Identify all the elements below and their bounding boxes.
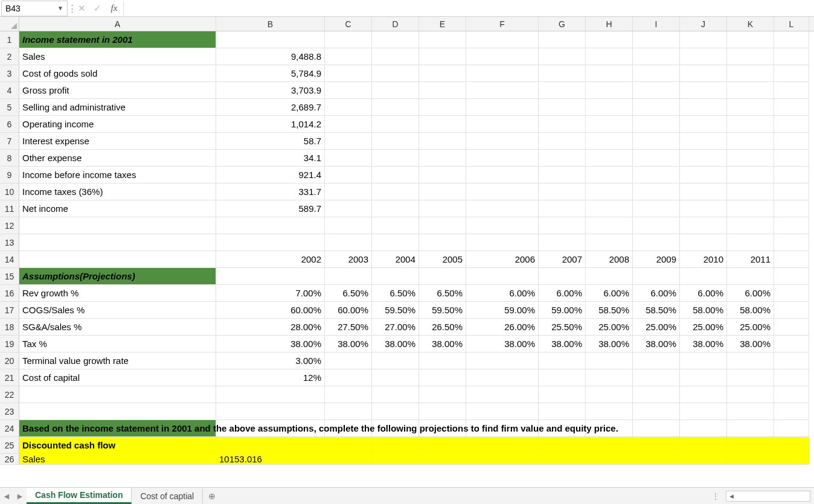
cell-I3[interactable] bbox=[633, 65, 680, 82]
cell-F9[interactable] bbox=[466, 167, 539, 183]
cell-F13[interactable] bbox=[466, 234, 539, 251]
cell-I7[interactable] bbox=[633, 133, 680, 150]
cell-B18[interactable]: 28.00% bbox=[216, 319, 325, 336]
cell-I9[interactable] bbox=[633, 167, 680, 183]
cell-C10[interactable] bbox=[325, 183, 372, 200]
cell-B21[interactable]: 12% bbox=[216, 369, 325, 386]
cell-C2[interactable] bbox=[325, 48, 372, 65]
cell-D14[interactable]: 2004 bbox=[372, 251, 419, 268]
tab-nav-prev[interactable]: ◄ bbox=[0, 491, 13, 501]
cell-J6[interactable] bbox=[680, 116, 727, 133]
cell-J17[interactable]: 58.00% bbox=[680, 302, 727, 319]
cell-D19[interactable]: 38.00% bbox=[372, 336, 419, 352]
cell-C18[interactable]: 27.50% bbox=[325, 319, 372, 336]
cell-D8[interactable] bbox=[372, 150, 419, 167]
cell-E9[interactable] bbox=[419, 167, 466, 183]
cell-E15[interactable] bbox=[419, 268, 466, 285]
row-header-13[interactable]: 13 bbox=[0, 234, 19, 251]
cell-L23[interactable] bbox=[774, 403, 809, 420]
cell-J5[interactable] bbox=[680, 99, 727, 116]
cell-G6[interactable] bbox=[539, 116, 586, 133]
cell-A4[interactable]: Gross profit bbox=[19, 82, 216, 99]
row-header-22[interactable]: 22 bbox=[0, 386, 19, 403]
cell-B13[interactable] bbox=[216, 234, 325, 251]
cell-G22[interactable] bbox=[539, 386, 586, 403]
name-box[interactable]: B43 ▼ bbox=[1, 1, 68, 16]
cell-B7[interactable]: 58.7 bbox=[216, 133, 325, 150]
cell-G4[interactable] bbox=[539, 82, 586, 99]
cell-H23[interactable] bbox=[586, 403, 633, 420]
cell-K12[interactable] bbox=[727, 217, 774, 234]
row-header-11[interactable]: 11 bbox=[0, 200, 19, 217]
cell-A10[interactable]: Income taxes (36%) bbox=[19, 183, 216, 200]
cell-A19[interactable]: Tax % bbox=[19, 336, 216, 352]
cell-D16[interactable]: 6.50% bbox=[372, 285, 419, 302]
row-header-16[interactable]: 16 bbox=[0, 285, 19, 302]
cell-J11[interactable] bbox=[680, 200, 727, 217]
cell-L14[interactable] bbox=[774, 251, 809, 268]
cell-D6[interactable] bbox=[372, 116, 419, 133]
row-header-15[interactable]: 15 bbox=[0, 268, 19, 285]
cell-I22[interactable] bbox=[633, 386, 680, 403]
cell-H19[interactable]: 38.00% bbox=[586, 336, 633, 352]
cell-C16[interactable]: 6.50% bbox=[325, 285, 372, 302]
cell-E11[interactable] bbox=[419, 200, 466, 217]
cell-G25[interactable] bbox=[539, 437, 586, 454]
cell-C8[interactable] bbox=[325, 150, 372, 167]
spreadsheet-grid[interactable]: ABCDEFGHIJKL 1Income statement in 20012S… bbox=[0, 17, 814, 487]
row-header-23[interactable]: 23 bbox=[0, 403, 19, 420]
cell-E21[interactable] bbox=[419, 369, 466, 386]
cell-H12[interactable] bbox=[586, 217, 633, 234]
row-header-20[interactable]: 20 bbox=[0, 352, 19, 369]
cell-I16[interactable]: 6.00% bbox=[633, 285, 680, 302]
cell-A15[interactable]: Assumptions(Projections) bbox=[19, 268, 216, 285]
cell-K25[interactable] bbox=[727, 437, 774, 454]
cell-K15[interactable] bbox=[727, 268, 774, 285]
cell-F3[interactable] bbox=[466, 65, 539, 82]
cell-H7[interactable] bbox=[586, 133, 633, 150]
cell-B16[interactable]: 7.00% bbox=[216, 285, 325, 302]
cell-H15[interactable] bbox=[586, 268, 633, 285]
cell-J4[interactable] bbox=[680, 82, 727, 99]
cell-D1[interactable] bbox=[372, 31, 419, 48]
cell-I5[interactable] bbox=[633, 99, 680, 116]
cell-C15[interactable] bbox=[325, 268, 372, 285]
cell-E8[interactable] bbox=[419, 150, 466, 167]
row-header-5[interactable]: 5 bbox=[0, 99, 19, 116]
cell-B25[interactable] bbox=[216, 437, 325, 454]
cell-A12[interactable] bbox=[19, 217, 216, 234]
cell-E19[interactable]: 38.00% bbox=[419, 336, 466, 352]
cell-F1[interactable] bbox=[466, 31, 539, 48]
cell-L13[interactable] bbox=[774, 234, 809, 251]
cell-F4[interactable] bbox=[466, 82, 539, 99]
row-header-8[interactable]: 8 bbox=[0, 150, 19, 167]
cell-J20[interactable] bbox=[680, 352, 727, 369]
cell-A9[interactable]: Income before income taxes bbox=[19, 167, 216, 183]
cell-D22[interactable] bbox=[372, 386, 419, 403]
cell-B12[interactable] bbox=[216, 217, 325, 234]
cell-H9[interactable] bbox=[586, 167, 633, 183]
cell-F10[interactable] bbox=[466, 183, 539, 200]
cell-F2[interactable] bbox=[466, 48, 539, 65]
cell-I2[interactable] bbox=[633, 48, 680, 65]
cell-A26[interactable]: Sales bbox=[19, 454, 216, 465]
cell-I23[interactable] bbox=[633, 403, 680, 420]
chevron-down-icon[interactable]: ▼ bbox=[57, 5, 63, 11]
cell-C9[interactable] bbox=[325, 167, 372, 183]
cell-B14[interactable]: 2002 bbox=[216, 251, 325, 268]
add-sheet-button[interactable]: ⊕ bbox=[203, 491, 221, 501]
cell-C22[interactable] bbox=[325, 386, 372, 403]
cell-G7[interactable] bbox=[539, 133, 586, 150]
cell-I17[interactable]: 58.50% bbox=[633, 302, 680, 319]
cell-G15[interactable] bbox=[539, 268, 586, 285]
cell-A25[interactable]: Discounted cash flow bbox=[19, 437, 216, 454]
scroll-left-icon[interactable]: ◄ bbox=[728, 493, 735, 500]
cell-F12[interactable] bbox=[466, 217, 539, 234]
cell-G23[interactable] bbox=[539, 403, 586, 420]
cell-I12[interactable] bbox=[633, 217, 680, 234]
cell-B26[interactable]: 10153.016 bbox=[216, 454, 325, 465]
tab-active[interactable]: Cash Flow Estimation bbox=[27, 488, 132, 504]
col-header-J[interactable]: J bbox=[680, 17, 727, 31]
row-header-12[interactable]: 12 bbox=[0, 217, 19, 234]
cell-D21[interactable] bbox=[372, 369, 419, 386]
